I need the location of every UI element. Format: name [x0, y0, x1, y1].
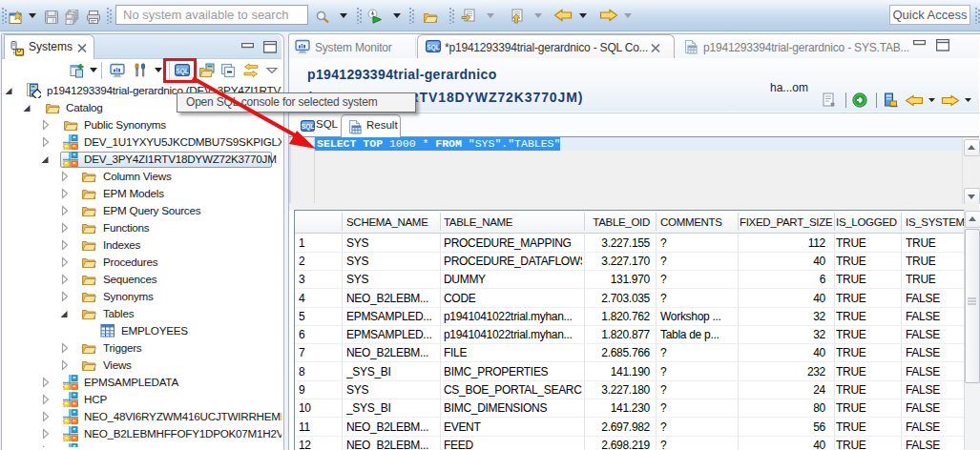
svg-text:SQL: SQL — [302, 123, 314, 131]
svg-text:SQL: SQL — [427, 44, 439, 51]
